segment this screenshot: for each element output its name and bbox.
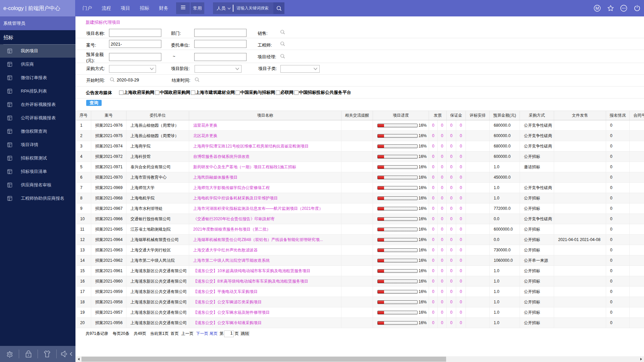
svg-text:M: M — [595, 6, 599, 11]
